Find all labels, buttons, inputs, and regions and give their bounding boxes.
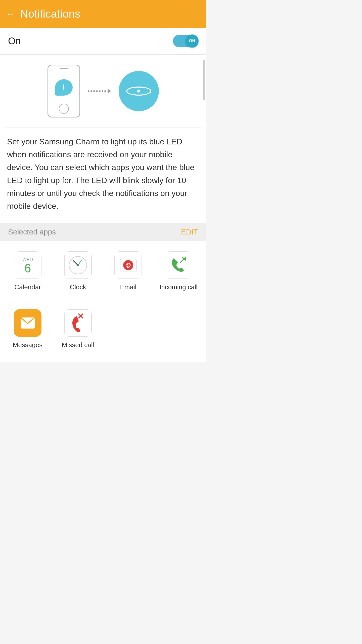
clock-label: Clock (70, 283, 86, 292)
charm-illustration (119, 71, 159, 111)
missed-call-icon (64, 309, 92, 337)
incoming-call-svg (167, 256, 190, 274)
incoming-call-label: Incoming call (159, 283, 198, 292)
charm-center (137, 90, 140, 93)
app-item-messages[interactable]: Messages (3, 304, 53, 354)
email-label: Email (120, 283, 136, 292)
clock-icon (64, 251, 92, 279)
edit-button[interactable]: EDIT (181, 228, 198, 236)
charm-bracelet-icon (126, 87, 151, 96)
calendar-icon-wrap: WED 6 (14, 251, 41, 279)
notifications-toggle[interactable]: ON (173, 35, 198, 47)
missed-call-svg (67, 313, 89, 333)
email-icon-wrap: @ (114, 251, 142, 279)
arrow-connector (88, 89, 111, 93)
description-text: Set your Samsung Charm to light up its b… (5, 128, 201, 213)
email-icon: @ (114, 251, 142, 279)
toggle-label: On (8, 36, 21, 47)
svg-text:@: @ (125, 262, 131, 268)
back-button[interactable]: ← (6, 9, 15, 19)
messages-icon (14, 309, 41, 337)
apps-grid-row1: WED 6 Calendar Clock (0, 241, 206, 302)
selected-apps-label: Selected apps (8, 228, 56, 236)
clock-icon-wrap (64, 251, 92, 279)
calendar-date: 6 (24, 262, 31, 274)
phone-illustration: ! (48, 65, 80, 117)
app-item-calendar[interactable]: WED 6 Calendar (3, 246, 53, 297)
header: ← Notifications (0, 0, 206, 28)
missed-call-icon-wrap (64, 309, 92, 337)
email-svg: @ (118, 255, 138, 275)
notifications-toggle-row: On ON (0, 28, 206, 55)
app-item-incoming-call[interactable]: Incoming call (153, 246, 204, 297)
svg-point-3 (77, 264, 79, 266)
messages-svg (19, 314, 37, 332)
messages-label: Messages (13, 341, 43, 349)
app-item-missed-call[interactable]: Missed call (53, 304, 103, 354)
toggle-knob: ON (186, 34, 199, 48)
illustration-area: ! Set your Samsung Charm to light up its… (0, 55, 206, 223)
svg-line-7 (180, 258, 185, 263)
incoming-call-icon-wrap (165, 251, 192, 279)
calendar-icon: WED 6 (14, 251, 41, 279)
incoming-call-icon (165, 251, 192, 279)
missed-call-label: Missed call (62, 341, 94, 349)
scrollbar[interactable] (203, 60, 205, 100)
messages-icon-wrap (14, 309, 41, 337)
app-item-clock[interactable]: Clock (53, 246, 103, 297)
selected-apps-header: Selected apps EDIT (0, 223, 206, 241)
illustration-row: ! (48, 65, 159, 117)
apps-grid-row2: Messages Missed call (0, 302, 206, 362)
clock-svg (68, 255, 88, 275)
calendar-label: Calendar (14, 283, 41, 292)
calendar-day: WED (14, 256, 41, 262)
app-item-email[interactable]: @ Email (103, 246, 153, 297)
page-title: Notifications (20, 8, 80, 20)
